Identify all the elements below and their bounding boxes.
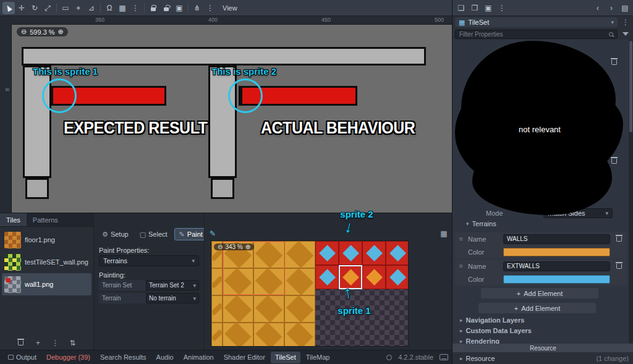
terrain-name-input[interactable]: WALLS: [503, 234, 610, 244]
list-select-icon[interactable]: ▭: [59, 2, 72, 14]
snap-options-icon[interactable]: ⋮: [129, 2, 142, 14]
filter-icon[interactable]: [620, 28, 631, 40]
delete-terrain-icon[interactable]: [613, 261, 624, 272]
source-item[interactable]: floor1.png: [2, 229, 91, 251]
section-custom-data-layers[interactable]: ▸ Custom Data Layers: [457, 327, 532, 334]
atlas-tile[interactable]: [223, 323, 253, 347]
inspector-tools-icon[interactable]: ⋮: [620, 17, 631, 28]
terrain-set-dropdown[interactable]: Terrain Set 2 ▾: [146, 280, 199, 290]
dock-tileset[interactable]: TileSet: [271, 352, 300, 363]
resource-section-row[interactable]: ▸ Resource (1 change): [452, 352, 633, 364]
tab-tiles[interactable]: Tiles: [0, 213, 27, 226]
save-resource-icon[interactable]: ▣: [482, 2, 495, 14]
source-menu-icon[interactable]: ⋮: [50, 337, 61, 349]
atlas-tile[interactable]: [284, 241, 315, 268]
dock-audio[interactable]: Audio: [152, 352, 178, 363]
zoom-level[interactable]: 599.3 %: [30, 28, 54, 36]
select-mode-button[interactable]: ▢ Select: [135, 228, 172, 240]
rotate-tool-icon[interactable]: ↻: [28, 2, 41, 14]
keyboard-shortcuts-icon[interactable]: [440, 354, 448, 360]
atlas-tile[interactable]: [386, 265, 409, 289]
atlas-tile[interactable]: [284, 268, 315, 295]
add-terrain-button[interactable]: + Add Element: [481, 288, 598, 298]
dock-search-results[interactable]: Search Results: [96, 352, 151, 363]
atlas-tile[interactable]: [223, 268, 253, 295]
pivot-icon[interactable]: ⌖: [72, 2, 85, 14]
atlas-tile[interactable]: [253, 295, 284, 323]
atlas-tile[interactable]: [386, 241, 409, 265]
scrollbar-thumb[interactable]: [629, 41, 632, 132]
atlas-tile[interactable]: [211, 268, 223, 295]
history-back-icon[interactable]: ‹: [592, 2, 604, 14]
select-tool-icon[interactable]: [2, 2, 15, 14]
scene-canvas[interactable]: This is sprite 1 This is sprite 2 EXPECT…: [12, 25, 452, 213]
add-source-icon[interactable]: +: [33, 337, 44, 349]
smart-snap-icon[interactable]: Ω: [103, 2, 116, 14]
atlas-tile[interactable]: [253, 323, 284, 347]
atlas-tile[interactable]: [362, 241, 386, 265]
delete-source-icon[interactable]: [15, 337, 27, 349]
delete-terrain-icon[interactable]: [613, 234, 624, 245]
resource-category-bar[interactable]: Resource: [452, 344, 633, 352]
dock-animation[interactable]: Animation: [179, 352, 218, 363]
dock-debugger[interactable]: Debugger (39): [42, 352, 95, 363]
atlas-tile[interactable]: [211, 323, 223, 347]
atlas-tile[interactable]: [315, 241, 339, 265]
atlas-paint-toggle-icon[interactable]: ✎: [207, 228, 218, 239]
update-status-icon[interactable]: [386, 355, 392, 360]
unlock-icon[interactable]: [160, 2, 172, 14]
dock-shader-editor[interactable]: Shader Editor: [219, 352, 270, 363]
filter-properties-input[interactable]: [456, 31, 617, 38]
skeleton-menu-icon[interactable]: ⋮: [204, 2, 216, 14]
tab-patterns[interactable]: Patterns: [27, 213, 64, 226]
terrain-dropdown[interactable]: No terrain ▾: [146, 293, 199, 303]
zoom-in-icon[interactable]: ⊕: [245, 243, 250, 250]
resource-menu-icon[interactable]: ⋮: [496, 2, 508, 14]
section-rendering[interactable]: ▸ Rendering: [457, 337, 499, 344]
atlas-canvas[interactable]: ⊖ 343 % ⊕: [211, 240, 409, 347]
section-navigation-layers[interactable]: ▸ Navigation Layers: [457, 316, 524, 324]
atlas-tile[interactable]: [253, 241, 284, 268]
terrains-section-header[interactable]: ▾ Terrains: [464, 220, 496, 227]
skeleton-options-icon[interactable]: ⋔: [191, 2, 203, 14]
atlas-tile[interactable]: [223, 295, 253, 323]
zoom-out-icon[interactable]: ⊖: [21, 28, 27, 36]
atlas-tile[interactable]: [253, 268, 284, 295]
paint-mode-dropdown[interactable]: Terrains ▾: [99, 255, 199, 266]
terrain-color-swatch[interactable]: [503, 248, 610, 256]
source-item[interactable]: testTileSET_wall.png: [2, 251, 91, 273]
terrain-name-input[interactable]: EXTWALLS: [503, 261, 610, 271]
atlas-grid-toggle-icon[interactable]: ▦: [438, 228, 449, 239]
add-terrain-set-button[interactable]: + Add Element: [478, 303, 596, 313]
view-menu[interactable]: View: [217, 4, 243, 12]
atlas-tile[interactable]: [362, 265, 386, 289]
drag-handle-icon[interactable]: ≡: [457, 235, 465, 242]
edited-resource-dropdown[interactable]: ▦ TileSet ▾: [455, 17, 618, 27]
atlas-tile[interactable]: [339, 241, 362, 265]
dock-tilemap[interactable]: TileMap: [302, 352, 334, 363]
drag-handle-icon[interactable]: ≡: [457, 263, 465, 269]
setup-mode-button[interactable]: ⚙ Setup: [98, 228, 133, 240]
terrain-color-swatch[interactable]: [503, 275, 610, 284]
atlas-tile[interactable]: [284, 323, 315, 347]
dock-output[interactable]: Output: [4, 352, 41, 363]
history-list-icon[interactable]: ▤: [619, 2, 631, 14]
group-icon[interactable]: ▣: [173, 2, 185, 14]
atlas-tile[interactable]: [211, 295, 223, 323]
zoom-in-icon[interactable]: ⊕: [58, 28, 64, 36]
zoom-out-icon[interactable]: ⊖: [218, 243, 223, 250]
sort-sources-icon[interactable]: ⇅: [67, 337, 79, 349]
source-item[interactable]: wall1.png: [2, 273, 91, 295]
paint-mode-button[interactable]: ✎ Paint: [174, 228, 208, 240]
move-tool-icon[interactable]: ✛: [15, 2, 28, 14]
load-resource-icon[interactable]: ❐: [469, 2, 481, 14]
atlas-tile[interactable]: [284, 295, 315, 323]
ruler-icon[interactable]: ⊿: [85, 2, 98, 14]
scale-tool-icon[interactable]: ⤢: [41, 2, 54, 14]
inspector-scrollbar[interactable]: [629, 40, 633, 344]
atlas-zoom-level[interactable]: 343 %: [225, 243, 242, 250]
atlas-tile[interactable]: [315, 265, 339, 289]
new-resource-icon[interactable]: ❏: [455, 2, 467, 14]
lock-icon[interactable]: [147, 2, 159, 14]
grid-snap-icon[interactable]: ▦: [116, 2, 129, 14]
